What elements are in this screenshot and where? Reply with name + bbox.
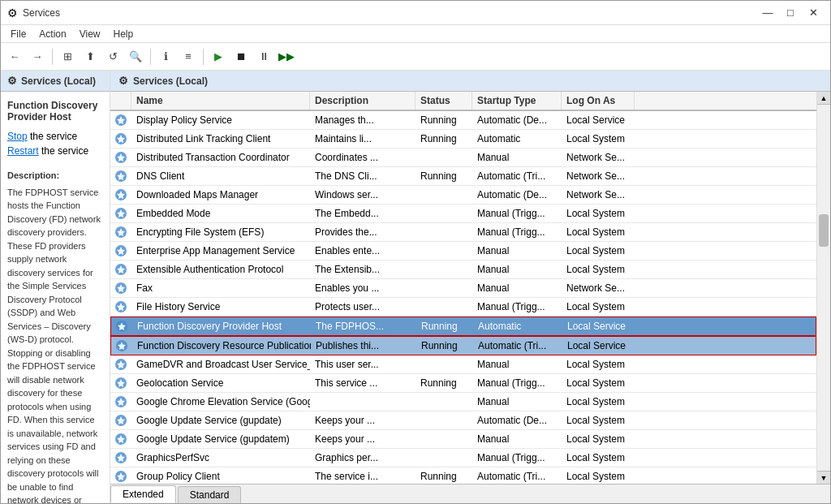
menu-file[interactable]: File [4,27,32,41]
row-startup: Manual [472,261,562,278]
table-row[interactable]: Downloaded Maps Manager Windows ser... A… [110,186,816,205]
stop-service-button[interactable]: ⏹ [230,46,252,67]
table-row[interactable]: Google Update Service (gupdatem) Keeps y… [110,430,816,449]
row-icon [110,279,131,297]
row-startup: Manual [472,149,562,166]
row-icon [110,223,131,241]
service-icon [114,114,127,127]
row-name: File History Service [131,298,310,316]
row-status [416,393,472,411]
menu-help[interactable]: Help [107,27,140,41]
table-row[interactable]: Distributed Link Tracking Client Maintai… [110,130,816,149]
back-button[interactable]: ← [4,46,25,67]
table-row[interactable]: Google Update Service (gupdate) Keeps yo… [110,411,816,430]
maximize-button[interactable]: □ [780,4,801,22]
table-row[interactable]: Function Discovery Provider Host The FDP… [110,317,816,336]
row-logon: Local System [562,411,635,429]
menu-view[interactable]: View [73,27,107,41]
table-row[interactable]: Fax Enables you ... Manual Network Se... [110,279,816,298]
row-startup: Automatic (Tri... [472,467,562,484]
row-status [416,430,472,448]
row-name: Google Update Service (gupdatem) [131,430,310,448]
row-name: Encrypting File System (EFS) [131,223,310,241]
list-button[interactable]: ≡ [178,46,199,67]
row-name: Downloaded Maps Manager [131,186,310,204]
forward-button[interactable]: → [27,46,48,67]
row-startup: Automatic (Tri... [473,337,562,355]
row-icon [111,317,132,335]
row-status: Running [416,337,473,355]
row-description: Keeps your ... [310,411,416,429]
row-icon [110,449,131,467]
scrollbar-track[interactable] [817,105,830,471]
row-startup: Manual [472,279,562,297]
table-row[interactable]: Distributed Transaction Coordinator Coor… [110,149,816,167]
scroll-up-button[interactable]: ▲ [817,92,830,105]
table-header: Name Description Status Startup Type Log… [110,92,816,111]
table-row[interactable]: Enterprise App Management Service Enable… [110,242,816,261]
table-row[interactable]: Extensible Authentication Protocol The E… [110,261,816,279]
restart-service-button[interactable]: ▶▶ [276,46,297,67]
service-icon [114,151,127,164]
window-title: Services [23,7,60,19]
up-button[interactable]: ⬆ [80,46,101,67]
row-logon: Local System [562,374,635,392]
table-row[interactable]: DNS Client The DNS Cli... Running Automa… [110,167,816,186]
table-row[interactable]: Group Policy Client The service i... Run… [110,467,816,484]
refresh-button[interactable]: ↺ [102,46,123,67]
table-row[interactable]: GraphicsPerfSvc Graphics per... Manual (… [110,449,816,467]
right-panel: ⚙ Services (Local) Name Description Stat… [110,71,830,503]
row-icon [111,337,132,355]
start-service-button[interactable]: ▶ [208,46,229,67]
row-icon [110,261,131,278]
search-button[interactable]: 🔍 [125,46,146,67]
row-description: Keeps your ... [310,430,416,448]
row-name: GameDVR and Broadcast User Service_cb... [131,355,310,373]
restart-service-link[interactable]: Restart [7,145,39,157]
service-icon [114,451,127,464]
col-logon[interactable]: Log On As [562,92,635,110]
table-row[interactable]: File History Service Protects user... Ma… [110,298,816,317]
row-logon: Local Service [562,317,635,335]
description-text: The FDPHOST service hosts the Function D… [7,186,103,504]
pause-service-button[interactable]: ⏸ [253,46,274,67]
tab-extended[interactable]: Extended [110,485,176,503]
row-icon [110,393,131,411]
table-row[interactable]: Function Discovery Resource Publication … [110,336,816,355]
col-startup[interactable]: Startup Type [472,92,562,110]
col-name[interactable]: Name [131,92,310,110]
table-row[interactable]: Google Chrome Elevation Service (Googl..… [110,393,816,411]
properties-button[interactable]: ℹ [155,46,176,67]
row-description: The Extensib... [310,261,416,278]
scroll-down-button[interactable]: ▼ [817,471,830,484]
stop-service-link[interactable]: Stop [7,131,28,142]
table-row[interactable]: Encrypting File System (EFS) Provides th… [110,223,816,242]
col-description[interactable]: Description [310,92,416,110]
scrollbar-thumb[interactable] [819,214,829,247]
service-icon [114,470,127,483]
row-status [416,279,472,297]
table-row[interactable]: GameDVR and Broadcast User Service_cb...… [110,355,816,374]
row-logon: Local System [562,467,635,484]
tab-standard[interactable]: Standard [178,486,242,503]
row-description: Windows ser... [310,186,416,204]
toolbar-separator-1 [52,49,53,65]
row-startup: Automatic (De... [472,186,562,204]
title-bar-controls: — □ ✕ [757,4,824,22]
menu-action[interactable]: Action [32,27,72,41]
close-button[interactable]: ✕ [803,4,824,22]
show-hide-button[interactable]: ⊞ [57,46,78,67]
row-name: Fax [131,279,310,297]
row-startup: Automatic (Tri... [472,167,562,185]
service-icon [114,170,127,183]
col-status[interactable]: Status [416,92,472,110]
row-name: Function Discovery Resource Publication [132,337,311,355]
scrollbar[interactable]: ▲ ▼ [816,92,830,484]
row-logon: Local System [562,298,635,316]
minimize-button[interactable]: — [757,4,778,22]
row-icon [110,186,131,204]
table-row[interactable]: Geolocation Service This service ... Run… [110,374,816,393]
table-row[interactable]: Embedded Mode The Embedd... Manual (Trig… [110,205,816,223]
row-logon: Local Service [562,337,635,355]
table-row[interactable]: Display Policy Service Manages th... Run… [110,111,816,130]
